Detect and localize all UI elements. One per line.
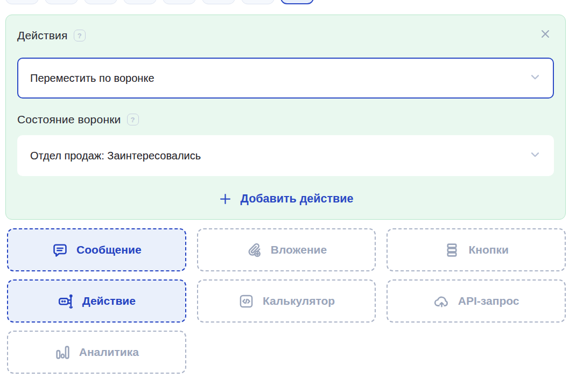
funnel-state-select[interactable]: Отдел продаж: Заинтересовались [17, 135, 554, 176]
block-button-calculator[interactable]: Калькулятор [197, 279, 376, 323]
action-type-select[interactable]: Переместить по воронке [17, 58, 554, 99]
calculator-icon [238, 293, 255, 310]
actions-panel: Действия ? Переместить по воронке Состоя… [5, 15, 566, 220]
top-pill[interactable] [202, 0, 235, 4]
action-icon [58, 293, 74, 310]
block-button-label: Кнопки [468, 243, 508, 256]
block-button-label: Вложение [271, 243, 327, 256]
block-type-grid: Сообщение Вложение Кнопки [7, 228, 566, 374]
top-pill[interactable] [241, 0, 275, 4]
top-pill[interactable] [123, 0, 157, 4]
block-button-label: API-запрос [458, 295, 519, 307]
block-button-buttons[interactable]: Кнопки [387, 228, 566, 271]
plus-icon [218, 192, 233, 206]
block-button-label: Сообщение [76, 243, 141, 256]
block-button-action[interactable]: Действие [7, 279, 186, 323]
top-pill[interactable] [84, 0, 117, 4]
action-type-value: Переместить по воронке [30, 72, 154, 85]
actions-field-label: Действия [17, 29, 68, 42]
chevron-down-icon [528, 70, 542, 87]
api-request-icon [433, 293, 450, 310]
help-icon[interactable]: ? [127, 114, 139, 125]
chevron-down-icon [528, 148, 542, 164]
top-pill-row [0, 0, 576, 4]
block-button-api-request[interactable]: API-запрос [387, 279, 566, 323]
help-icon[interactable]: ? [74, 30, 86, 41]
funnel-state-label: Состояние воронки [17, 113, 121, 126]
analytics-icon [54, 344, 71, 361]
add-action-label: Добавить действие [241, 192, 354, 206]
block-button-analytics[interactable]: Аналитика [7, 331, 186, 374]
buttons-icon [444, 242, 460, 258]
block-button-label: Калькулятор [263, 295, 335, 307]
add-action-button[interactable]: Добавить действие [17, 192, 554, 206]
message-icon [52, 242, 68, 258]
top-pill[interactable] [5, 0, 39, 4]
attachment-icon [246, 242, 263, 258]
top-pill-active[interactable] [280, 0, 314, 4]
funnel-state-value: Отдел продаж: Заинтересовались [30, 150, 201, 162]
top-pill[interactable] [163, 0, 196, 4]
top-pill[interactable] [45, 0, 78, 4]
block-button-message[interactable]: Сообщение [7, 228, 186, 271]
close-icon[interactable] [538, 27, 552, 41]
block-button-label: Действие [82, 295, 136, 307]
block-button-attachment[interactable]: Вложение [197, 228, 376, 271]
block-button-label: Аналитика [79, 346, 139, 359]
